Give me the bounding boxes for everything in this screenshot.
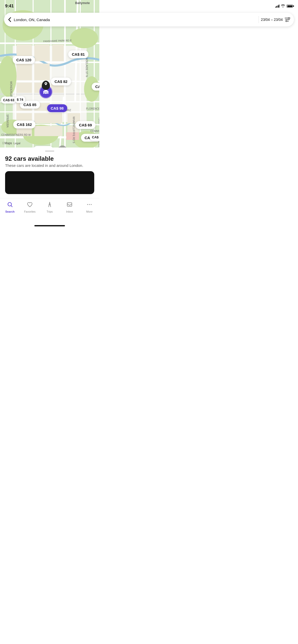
nav-favorites[interactable]: Favorites	[20, 200, 40, 214]
heart-nav-icon	[27, 201, 33, 209]
svg-rect-39	[17, 83, 32, 93]
home-indicator	[0, 221, 99, 228]
price-bubble-cas-partial[interactable]: CA$	[92, 83, 99, 91]
svg-rect-48	[34, 126, 62, 136]
nav-trips[interactable]: Trips	[40, 200, 60, 214]
status-time: 9:41	[5, 4, 14, 9]
nav-more[interactable]: More	[79, 200, 99, 214]
nav-inbox[interactable]: Inbox	[60, 200, 79, 214]
nav-search-label: Search	[5, 210, 15, 213]
more-nav-icon	[86, 201, 92, 209]
apple-icon: 	[3, 141, 4, 145]
svg-point-65	[87, 204, 88, 205]
svg-line-60	[11, 206, 12, 207]
price-bubble-58[interactable]: CA$ 58	[90, 134, 99, 141]
home-bar	[34, 225, 65, 226]
legal-link[interactable]: Legal	[13, 142, 20, 145]
search-nav-icon	[7, 201, 13, 209]
map-attribution:  Maps Legal	[3, 141, 20, 145]
nav-favorites-label: Favorites	[24, 210, 35, 213]
svg-rect-35	[34, 45, 50, 61]
back-button[interactable]	[8, 16, 14, 23]
price-bubble-74[interactable]: $ 74	[15, 96, 25, 103]
bottom-sheet: 92 cars available These cars are located…	[0, 148, 99, 198]
price-bubble-81[interactable]: CA$ 81	[68, 50, 88, 58]
trips-nav-icon	[47, 201, 53, 209]
svg-rect-58	[44, 91, 48, 93]
nav-trips-label: Trips	[47, 210, 53, 213]
search-bar: London, ON, Canada 23/04 – 23/04	[4, 13, 99, 26]
svg-point-66	[89, 204, 90, 205]
car-card-preview[interactable]	[5, 171, 94, 194]
nav-more-label: More	[86, 210, 92, 213]
svg-rect-45	[34, 113, 62, 123]
status-bar: 9:41	[0, 0, 99, 10]
search-bar-wrapper: London, ON, Canada 23/04 – 23/04	[4, 13, 99, 26]
cars-desc: These cars are located in and around Lon…	[5, 163, 94, 168]
svg-point-57	[47, 93, 48, 94]
svg-rect-38	[34, 64, 50, 80]
svg-point-28	[70, 28, 98, 48]
nav-search[interactable]: Search	[0, 200, 20, 214]
price-bubble-82[interactable]: CA$ 82	[51, 78, 71, 85]
bottom-nav: Search Favorites Trips Inbox	[0, 198, 99, 221]
svg-rect-50	[66, 132, 79, 140]
inbox-nav-icon	[66, 201, 73, 209]
svg-rect-36	[52, 45, 64, 61]
price-bubble-162[interactable]: CA$ 162	[13, 121, 35, 128]
price-bubble-98a[interactable]: CA$ 98	[47, 104, 67, 112]
price-bubble-120[interactable]: CA$ 120	[13, 56, 35, 64]
apple-maps-logo:  Maps	[3, 141, 12, 145]
map-pin	[39, 85, 52, 98]
price-bubble-63[interactable]: CA$ 63	[1, 97, 16, 104]
drag-handle[interactable]	[45, 151, 54, 152]
price-bubble-69[interactable]: CA$ 69	[75, 121, 96, 129]
svg-point-67	[91, 204, 92, 205]
cars-count: 92 cars available	[5, 155, 94, 162]
svg-rect-37	[17, 64, 32, 80]
search-location: London, ON, Canada	[14, 18, 99, 22]
nav-inbox-label: Inbox	[66, 210, 73, 213]
svg-point-53	[45, 83, 46, 84]
svg-point-56	[44, 93, 45, 94]
